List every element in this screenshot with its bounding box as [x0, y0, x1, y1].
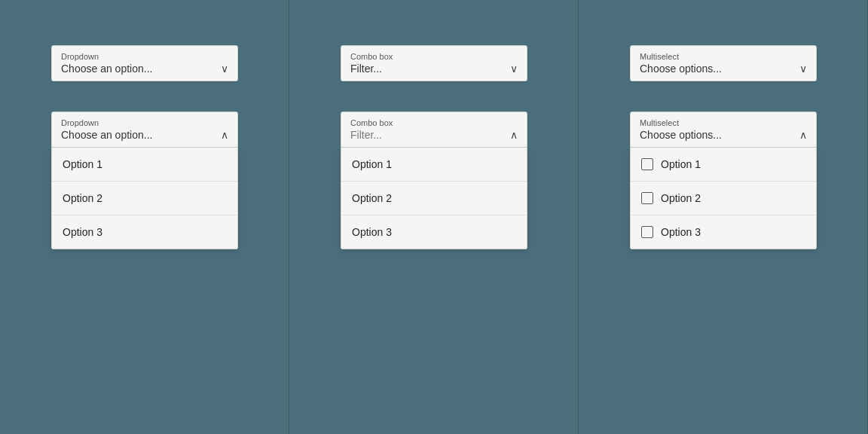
combobox-open-type-label: Combo box: [350, 118, 518, 127]
checkbox-2[interactable]: [641, 192, 653, 204]
combobox-open-widget: Combo box ∧ Option 1 Option 2 Option 3: [341, 112, 527, 249]
multiselect-panel: Multiselect Choose options... ∨ Multisel…: [579, 0, 868, 434]
multiselect-list: Option 1 Option 2 Option 3: [630, 148, 817, 249]
combobox-open-trigger[interactable]: Combo box ∧: [341, 112, 527, 148]
dropdown-closed-widget: Dropdown Choose an option... ∨: [51, 45, 238, 81]
multiselect-option-3[interactable]: Option 3: [631, 215, 816, 249]
chevron-up-icon: ∧: [799, 129, 807, 141]
multiselect-closed-trigger[interactable]: Multiselect Choose options... ∨: [630, 45, 817, 81]
multiselect-option-1-label: Option 1: [661, 158, 701, 170]
combobox-option-2[interactable]: Option 2: [341, 181, 527, 215]
multiselect-type-label: Multiselect: [640, 52, 807, 61]
combobox-option-1[interactable]: Option 1: [341, 148, 527, 181]
multiselect-option-1[interactable]: Option 1: [631, 148, 816, 181]
multiselect-open-widget: Multiselect Choose options... ∧ Option 1…: [630, 112, 817, 249]
multiselect-closed-widget: Multiselect Choose options... ∨: [630, 45, 817, 81]
combobox-filter-input[interactable]: [350, 129, 510, 141]
chevron-down-icon: ∨: [221, 63, 228, 75]
dropdown-panel: Dropdown Choose an option... ∨ Dropdown …: [0, 0, 289, 434]
multiselect-option-2[interactable]: Option 2: [631, 181, 816, 215]
combobox-option-3[interactable]: Option 3: [341, 215, 527, 249]
dropdown-type-label: Dropdown: [61, 52, 228, 61]
dropdown-option-2[interactable]: Option 2: [52, 181, 237, 215]
multiselect-option-3-label: Option 3: [661, 226, 701, 238]
dropdown-option-3[interactable]: Option 3: [52, 215, 237, 249]
chevron-up-icon: ∧: [221, 129, 228, 141]
dropdown-open-widget: Dropdown Choose an option... ∧ Option 1 …: [51, 112, 238, 249]
dropdown-open-value: Choose an option...: [61, 129, 152, 141]
checkbox-3[interactable]: [641, 226, 653, 238]
dropdown-closed-trigger[interactable]: Dropdown Choose an option... ∨: [51, 45, 238, 81]
checkbox-1[interactable]: [641, 158, 653, 170]
multiselect-open-type-label: Multiselect: [640, 118, 807, 127]
multiselect-open-trigger[interactable]: Multiselect Choose options... ∧: [630, 112, 817, 148]
combobox-closed-widget: Combo box Filter... ∨: [341, 45, 527, 81]
combobox-closed-value: Filter...: [350, 63, 382, 75]
dropdown-closed-value: Choose an option...: [61, 63, 152, 75]
dropdown-open-trigger[interactable]: Dropdown Choose an option... ∧: [51, 112, 238, 148]
chevron-up-icon: ∧: [510, 129, 518, 141]
multiselect-closed-value: Choose options...: [640, 63, 722, 75]
chevron-down-icon: ∨: [799, 63, 807, 75]
dropdown-list: Option 1 Option 2 Option 3: [51, 148, 238, 249]
combobox-list: Option 1 Option 2 Option 3: [341, 148, 527, 249]
combobox-closed-trigger[interactable]: Combo box Filter... ∨: [341, 45, 527, 81]
multiselect-open-value: Choose options...: [640, 129, 722, 141]
combobox-type-label: Combo box: [350, 52, 518, 61]
dropdown-open-type-label: Dropdown: [61, 118, 228, 127]
chevron-down-icon: ∨: [510, 63, 518, 75]
combobox-panel: Combo box Filter... ∨ Combo box ∧ Option…: [289, 0, 579, 434]
dropdown-option-1[interactable]: Option 1: [52, 148, 237, 181]
multiselect-option-2-label: Option 2: [661, 192, 701, 204]
